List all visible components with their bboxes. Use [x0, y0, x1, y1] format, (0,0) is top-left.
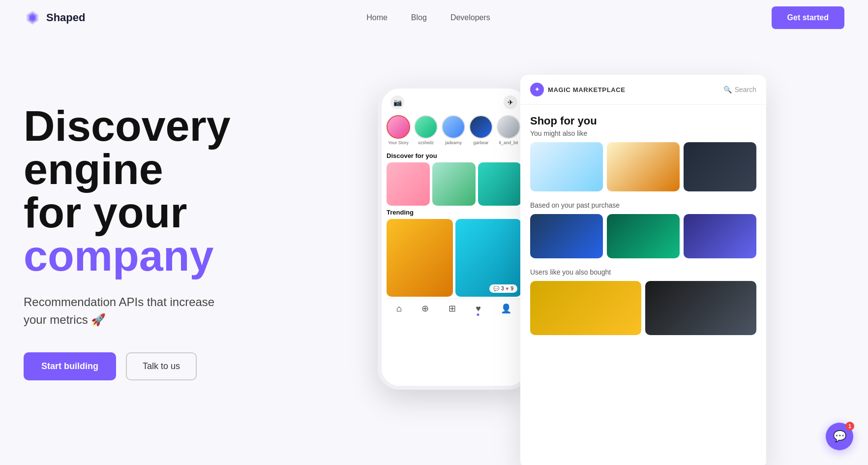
chat-bubble[interactable]: 💬 1	[826, 423, 853, 450]
home-nav-icon[interactable]: ⌂	[396, 304, 402, 314]
send-icon[interactable]: ✈	[504, 95, 517, 109]
start-building-button[interactable]: Start building	[24, 352, 116, 380]
panel-search[interactable]: 🔍 Search	[723, 86, 756, 93]
trending-item-2: 💬 3 ♥ 9	[455, 219, 522, 297]
hero-section: Discovery engine for your company Recomm…	[0, 35, 868, 465]
stories-row: Your Story xzsheilz jadeamy garbear	[387, 113, 521, 149]
section-heading: Shop for you	[530, 115, 756, 127]
chat-badge: 1	[845, 422, 854, 431]
hero-title-highlight: company	[24, 231, 213, 280]
panel-logo: ✦ MAGIC MARKETPLACE	[530, 83, 626, 96]
hero-subtitle: Recommendation APIs that increase your m…	[24, 293, 368, 329]
chat-icon: 💬	[833, 430, 846, 443]
camera-icon[interactable]: 📷	[390, 95, 404, 109]
based-on-purchase-grid	[530, 214, 756, 258]
comment-icon: 💬	[493, 286, 499, 291]
hero-buttons: Start building Talk to us	[24, 352, 368, 380]
product-stool[interactable]	[607, 142, 680, 191]
product-lamp[interactable]	[684, 142, 756, 191]
get-started-button[interactable]: Get started	[772, 6, 844, 29]
discover-label: Discover for you	[387, 152, 521, 159]
discover-item-1	[387, 162, 430, 206]
product-jeans2[interactable]	[607, 214, 680, 258]
favorites-nav-icon[interactable]: ♥	[476, 304, 481, 314]
hero-title: Discovery engine for your company	[24, 104, 368, 278]
phone-bottom-nav: ⌂ ⊕ ⊞ ♥ 👤	[387, 299, 521, 314]
based-on-purchase-label: Based on your past purchase	[530, 201, 756, 209]
product-jeans3[interactable]	[684, 214, 756, 258]
like-count: 9	[510, 286, 513, 291]
discover-item-2	[432, 162, 476, 206]
add-nav-icon[interactable]: ⊞	[449, 303, 456, 314]
story-your-story[interactable]: Your Story	[387, 115, 410, 145]
trending-grid: 💬 3 ♥ 9	[387, 219, 521, 297]
navbar: Shaped Home Blog Developers Get started	[0, 0, 868, 35]
users-also-bought-label: Users like you also bought	[530, 268, 756, 276]
hero-right: 📷 ✈ Your Story xzsheilz jadeamy	[368, 75, 844, 465]
talk-to-us-button[interactable]: Talk to us	[126, 352, 197, 380]
panel-body: Shop for you You might also like Based o…	[520, 105, 766, 345]
logo-icon	[24, 9, 41, 27]
discover-grid	[387, 162, 521, 206]
engagement-badge: 💬 3 ♥ 9	[489, 284, 517, 293]
product-shoes1[interactable]	[530, 281, 641, 335]
heart-icon: ♥	[506, 286, 509, 291]
comment-count: 3	[501, 286, 504, 291]
search-nav-icon[interactable]: ⊕	[421, 303, 429, 314]
story-garbear[interactable]: garbear	[469, 115, 493, 145]
nav-blog[interactable]: Blog	[411, 13, 427, 22]
phone-mockup: 📷 ✈ Your Story xzsheilz jadeamy	[378, 85, 530, 390]
product-shoes2[interactable]	[645, 281, 756, 335]
hero-title-line1: Discovery engine	[24, 101, 231, 193]
hero-title-line2: for your	[24, 188, 187, 237]
story-it-and-bit[interactable]: it_and_bit	[497, 115, 520, 145]
nav-developers[interactable]: Developers	[450, 13, 490, 22]
discover-item-3	[478, 162, 521, 206]
trending-label: Trending	[387, 209, 521, 216]
profile-nav-icon[interactable]: 👤	[501, 303, 511, 314]
nav-home[interactable]: Home	[366, 13, 388, 22]
logo-text: Shaped	[46, 11, 85, 24]
product-jeans1[interactable]	[530, 214, 603, 258]
you-might-like-label: You might also like	[530, 129, 756, 137]
search-icon: 🔍	[723, 86, 732, 93]
story-xzsheilz[interactable]: xzsheilz	[414, 115, 438, 145]
trending-item-1	[387, 219, 453, 297]
panel-logo-icon: ✦	[530, 83, 544, 96]
search-label: Search	[735, 86, 756, 93]
story-jadeamy[interactable]: jadeamy	[442, 115, 465, 145]
you-might-like-grid	[530, 142, 756, 191]
product-chair[interactable]	[530, 142, 603, 191]
panel-header: ✦ MAGIC MARKETPLACE 🔍 Search	[520, 75, 766, 105]
nav-links: Home Blog Developers	[366, 13, 490, 22]
panel-logo-text: MAGIC MARKETPLACE	[548, 86, 626, 93]
ecommerce-panel: ✦ MAGIC MARKETPLACE 🔍 Search Shop for yo…	[520, 75, 766, 465]
hero-left: Discovery engine for your company Recomm…	[24, 75, 368, 380]
logo: Shaped	[24, 9, 85, 27]
users-also-bought-grid	[530, 281, 756, 335]
